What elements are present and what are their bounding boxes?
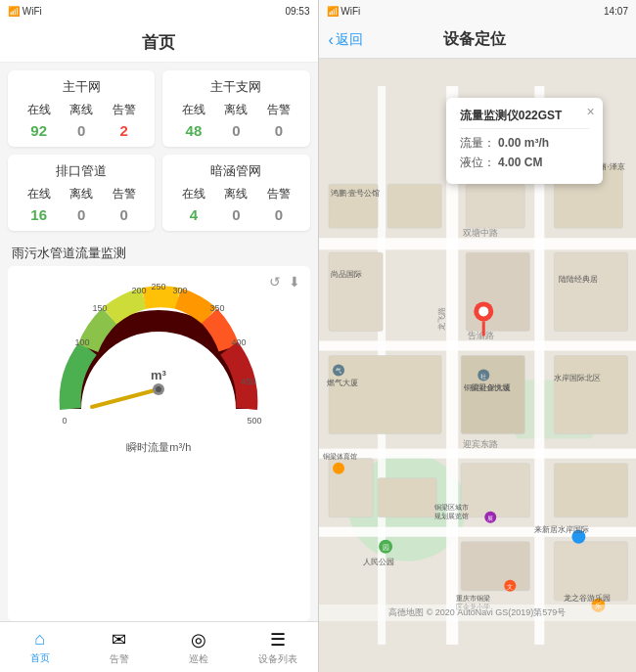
header-online-1: 在线 [172, 102, 214, 118]
status-bar-left: 📶 WiFi 09:53 [0, 0, 318, 22]
gauge-svg-wrap: m³ 0 100 150 200 250 300 350 400 450 500 [51, 282, 266, 438]
nav-label-home: 首页 [30, 651, 50, 665]
svg-rect-39 [554, 542, 627, 601]
header-alarm-0: 告警 [103, 102, 145, 118]
card-headers-2: 在线 离线 告警 [18, 186, 145, 202]
signal-right: 📶 WiFi [327, 6, 361, 17]
nav-item-device[interactable]: ☰ 设备列表 [238, 629, 317, 666]
val-offline-0: 0 [60, 122, 102, 139]
flow-value: 0.00 m³/h [498, 136, 549, 150]
header-online-0: 在线 [18, 102, 60, 118]
svg-text:双塘中路: 双塘中路 [463, 228, 498, 238]
card-headers-0: 在线 离线 告警 [18, 102, 145, 118]
alert-icon: ✉ [112, 629, 126, 650]
back-label: 返回 [336, 31, 363, 49]
svg-text:社: 社 [480, 374, 486, 380]
svg-rect-37 [554, 464, 627, 517]
svg-rect-19 [319, 449, 637, 459]
refresh-icon[interactable]: ↺ [269, 274, 281, 290]
map-area[interactable]: 双塘中路 告渝路 迎宾东路 龙飞路 商 美丽·泽京 乐 龙之谷游乐园 来新居水岸… [319, 59, 637, 672]
card-values-1: 48 0 0 [172, 122, 299, 139]
header-alarm-2: 告警 [103, 186, 145, 202]
card-values-2: 16 0 0 [18, 206, 145, 223]
page-title-left: 首页 [0, 22, 318, 63]
nav-item-alert[interactable]: ✉ 告警 [79, 629, 159, 666]
val-alarm-1: 0 [257, 122, 299, 139]
svg-text:燃气大厦: 燃气大厦 [327, 379, 358, 387]
nav-item-inspect[interactable]: ◎ 巡检 [159, 629, 238, 666]
map-background: 双塘中路 告渝路 迎宾东路 龙飞路 商 美丽·泽京 乐 龙之谷游乐园 来新居水岸… [319, 59, 637, 672]
svg-text:来新居水岸国际: 来新居水岸国际 [534, 525, 589, 534]
page-title-right: 设备定位 [363, 29, 587, 50]
svg-text:铜梁社保大厦: 铜梁社保大厦 [463, 383, 511, 392]
val-online-0: 92 [18, 122, 60, 139]
svg-text:m³: m³ [151, 368, 167, 382]
header-alarm-1: 告警 [257, 102, 299, 118]
back-button[interactable]: ‹ 返回 [329, 31, 363, 49]
level-value: 4.00 CM [498, 156, 542, 169]
svg-rect-29 [466, 252, 529, 331]
svg-text:龙飞路: 龙飞路 [437, 307, 446, 331]
svg-rect-36 [461, 464, 529, 517]
flow-label: 流量： [460, 136, 495, 150]
svg-text:文: 文 [507, 583, 513, 590]
gauge-area: ↺ ⬇ [8, 266, 310, 621]
left-panel: 📶 WiFi 09:53 首页 主干网 在线 离线 告警 92 0 2 主干支网… [0, 0, 318, 672]
val-online-2: 16 [18, 206, 60, 223]
svg-rect-31 [329, 355, 441, 433]
nav-label-inspect: 巡检 [189, 652, 208, 666]
card-title-0: 主干网 [18, 78, 145, 96]
card-title-2: 排口管道 [18, 162, 145, 180]
card-drain-pipe[interactable]: 排口管道 在线 离线 告警 16 0 0 [8, 155, 155, 231]
svg-text:规划展览馆: 规划展览馆 [434, 513, 469, 519]
svg-text:500: 500 [248, 416, 262, 426]
svg-rect-35 [378, 478, 436, 517]
svg-text:展: 展 [487, 515, 493, 521]
svg-text:龙之谷游乐园: 龙之谷游乐园 [564, 594, 611, 603]
val-alarm-3: 0 [257, 206, 299, 223]
svg-text:气: 气 [336, 369, 341, 375]
nav-item-home[interactable]: ⌂ 首页 [0, 629, 79, 665]
svg-point-74 [333, 463, 344, 474]
device-icon: ☰ [270, 629, 286, 650]
gauge-toolbar: ↺ ⬇ [269, 274, 300, 290]
header-offline-1: 离线 [215, 102, 257, 118]
svg-text:陆陆经典居: 陆陆经典居 [559, 275, 598, 284]
cards-grid: 主干网 在线 离线 告警 92 0 2 主干支网 在线 离线 告警 48 0 [0, 63, 318, 239]
svg-text:300: 300 [173, 286, 188, 295]
gauge-label: 瞬时流量m³/h [126, 440, 191, 455]
svg-text:鸿鹏·壹号公馆: 鸿鹏·壹号公馆 [331, 189, 380, 198]
svg-text:人民公园: 人民公园 [363, 558, 394, 566]
svg-text:水岸国际北区: 水岸国际北区 [554, 374, 601, 382]
card-values-3: 4 0 0 [172, 206, 299, 223]
right-panel: 📶 WiFi 14:07 ‹ 返回 设备定位 [319, 0, 637, 672]
val-online-3: 4 [172, 206, 214, 223]
card-headers-1: 在线 离线 告警 [172, 102, 299, 118]
status-bar-right: 📶 WiFi 14:07 [319, 0, 637, 22]
card-culvert[interactable]: 暗涵管网 在线 离线 告警 4 0 0 [162, 155, 309, 231]
svg-text:0: 0 [63, 416, 68, 426]
card-main-trunk[interactable]: 主干网 在线 离线 告警 92 0 2 [8, 70, 155, 147]
card-headers-3: 在线 离线 告警 [172, 186, 299, 202]
svg-text:350: 350 [210, 303, 225, 313]
signal-left: 📶 WiFi [8, 6, 42, 17]
download-icon[interactable]: ⬇ [289, 274, 300, 290]
popup-title: 流量监测仪022GST [460, 108, 589, 129]
map-copyright: 高德地图 © 2020 AutoNavi GS(2019)第579号 [319, 605, 637, 621]
header-offline-3: 离线 [215, 186, 257, 202]
nav-bar-right: ‹ 返回 设备定位 [319, 22, 637, 59]
svg-text:铜梁体育馆: 铜梁体育馆 [322, 452, 357, 461]
svg-rect-25 [387, 184, 441, 228]
nav-label-alert: 告警 [110, 652, 129, 666]
nav-label-device: 设备列表 [258, 652, 297, 666]
val-alarm-0: 2 [103, 122, 145, 139]
info-popup: × 流量监测仪022GST 流量： 0.00 m³/h 液位： 4.00 CM [446, 98, 603, 184]
header-offline-2: 离线 [60, 186, 102, 202]
popup-close-button[interactable]: × [587, 104, 595, 119]
val-offline-3: 0 [215, 206, 257, 223]
card-main-branch[interactable]: 主干支网 在线 离线 告警 48 0 0 [162, 70, 309, 147]
svg-point-77 [478, 306, 488, 316]
bottom-nav-left: ⌂ 首页 ✉ 告警 ◎ 巡检 ☰ 设备列表 [0, 621, 318, 672]
svg-text:200: 200 [132, 286, 147, 295]
svg-point-13 [156, 386, 161, 392]
